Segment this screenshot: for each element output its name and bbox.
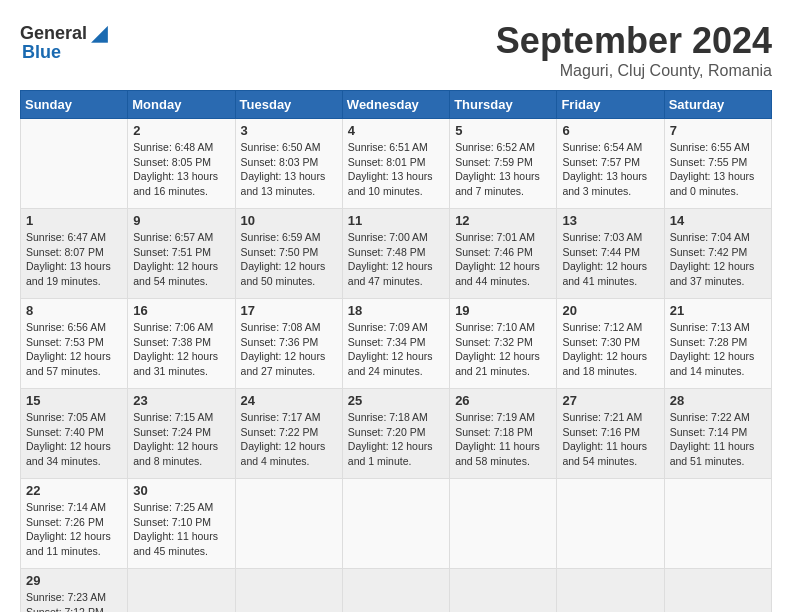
list-item — [235, 569, 342, 613]
list-item — [557, 479, 664, 569]
day-info: Sunrise: 7:18 AMSunset: 7:20 PMDaylight:… — [348, 410, 444, 469]
day-number: 21 — [670, 303, 766, 318]
day-number: 18 — [348, 303, 444, 318]
day-number: 1 — [26, 213, 122, 228]
day-info: Sunrise: 7:08 AMSunset: 7:36 PMDaylight:… — [241, 320, 337, 379]
day-info: Sunrise: 7:22 AMSunset: 7:14 PMDaylight:… — [670, 410, 766, 469]
list-item: 7Sunrise: 6:55 AMSunset: 7:55 PMDaylight… — [664, 119, 771, 209]
page-header: General ◢ Blue September 2024 Maguri, Cl… — [20, 20, 772, 80]
day-info: Sunrise: 7:13 AMSunset: 7:28 PMDaylight:… — [670, 320, 766, 379]
day-number: 17 — [241, 303, 337, 318]
title-section: September 2024 Maguri, Cluj County, Roma… — [496, 20, 772, 80]
list-item: 27Sunrise: 7:21 AMSunset: 7:16 PMDayligh… — [557, 389, 664, 479]
list-item: 28Sunrise: 7:22 AMSunset: 7:14 PMDayligh… — [664, 389, 771, 479]
day-info: Sunrise: 6:48 AMSunset: 8:05 PMDaylight:… — [133, 140, 229, 199]
logo: General ◢ Blue — [20, 20, 108, 63]
list-item: 5Sunrise: 6:52 AMSunset: 7:59 PMDaylight… — [450, 119, 557, 209]
day-info: Sunrise: 6:55 AMSunset: 7:55 PMDaylight:… — [670, 140, 766, 199]
day-info: Sunrise: 7:03 AMSunset: 7:44 PMDaylight:… — [562, 230, 658, 289]
list-item: 2Sunrise: 6:48 AMSunset: 8:05 PMDaylight… — [128, 119, 235, 209]
list-item — [21, 119, 128, 209]
day-number: 27 — [562, 393, 658, 408]
day-info: Sunrise: 7:04 AMSunset: 7:42 PMDaylight:… — [670, 230, 766, 289]
day-number: 30 — [133, 483, 229, 498]
table-row: 8Sunrise: 6:56 AMSunset: 7:53 PMDaylight… — [21, 299, 772, 389]
day-info: Sunrise: 6:47 AMSunset: 8:07 PMDaylight:… — [26, 230, 122, 289]
day-info: Sunrise: 6:57 AMSunset: 7:51 PMDaylight:… — [133, 230, 229, 289]
col-wednesday: Wednesday — [342, 91, 449, 119]
col-monday: Monday — [128, 91, 235, 119]
day-info: Sunrise: 7:15 AMSunset: 7:24 PMDaylight:… — [133, 410, 229, 469]
day-number: 28 — [670, 393, 766, 408]
day-info: Sunrise: 6:51 AMSunset: 8:01 PMDaylight:… — [348, 140, 444, 199]
table-row: 2Sunrise: 6:48 AMSunset: 8:05 PMDaylight… — [21, 119, 772, 209]
day-number: 20 — [562, 303, 658, 318]
logo-general: General — [20, 23, 87, 44]
day-number: 19 — [455, 303, 551, 318]
list-item: 22Sunrise: 7:14 AMSunset: 7:26 PMDayligh… — [21, 479, 128, 569]
day-info: Sunrise: 6:50 AMSunset: 8:03 PMDaylight:… — [241, 140, 337, 199]
list-item — [450, 569, 557, 613]
day-info: Sunrise: 7:01 AMSunset: 7:46 PMDaylight:… — [455, 230, 551, 289]
list-item: 4Sunrise: 6:51 AMSunset: 8:01 PMDaylight… — [342, 119, 449, 209]
day-number: 24 — [241, 393, 337, 408]
list-item: 10Sunrise: 6:59 AMSunset: 7:50 PMDayligh… — [235, 209, 342, 299]
day-number: 23 — [133, 393, 229, 408]
list-item: 12Sunrise: 7:01 AMSunset: 7:46 PMDayligh… — [450, 209, 557, 299]
day-info: Sunrise: 7:10 AMSunset: 7:32 PMDaylight:… — [455, 320, 551, 379]
table-row: 15Sunrise: 7:05 AMSunset: 7:40 PMDayligh… — [21, 389, 772, 479]
day-info: Sunrise: 7:23 AMSunset: 7:12 PMDaylight:… — [26, 590, 122, 612]
day-number: 3 — [241, 123, 337, 138]
list-item — [557, 569, 664, 613]
day-info: Sunrise: 7:09 AMSunset: 7:34 PMDaylight:… — [348, 320, 444, 379]
list-item: 26Sunrise: 7:19 AMSunset: 7:18 PMDayligh… — [450, 389, 557, 479]
list-item — [342, 569, 449, 613]
day-info: Sunrise: 7:06 AMSunset: 7:38 PMDaylight:… — [133, 320, 229, 379]
list-item: 16Sunrise: 7:06 AMSunset: 7:38 PMDayligh… — [128, 299, 235, 389]
list-item: 25Sunrise: 7:18 AMSunset: 7:20 PMDayligh… — [342, 389, 449, 479]
col-thursday: Thursday — [450, 91, 557, 119]
list-item: 20Sunrise: 7:12 AMSunset: 7:30 PMDayligh… — [557, 299, 664, 389]
day-number: 4 — [348, 123, 444, 138]
day-number: 8 — [26, 303, 122, 318]
header-row: Sunday Monday Tuesday Wednesday Thursday… — [21, 91, 772, 119]
table-row: 29Sunrise: 7:23 AMSunset: 7:12 PMDayligh… — [21, 569, 772, 613]
list-item: 8Sunrise: 6:56 AMSunset: 7:53 PMDaylight… — [21, 299, 128, 389]
logo-bird-icon: ◢ — [91, 20, 108, 46]
list-item: 21Sunrise: 7:13 AMSunset: 7:28 PMDayligh… — [664, 299, 771, 389]
list-item: 14Sunrise: 7:04 AMSunset: 7:42 PMDayligh… — [664, 209, 771, 299]
day-info: Sunrise: 7:05 AMSunset: 7:40 PMDaylight:… — [26, 410, 122, 469]
list-item: 23Sunrise: 7:15 AMSunset: 7:24 PMDayligh… — [128, 389, 235, 479]
day-number: 25 — [348, 393, 444, 408]
day-number: 13 — [562, 213, 658, 228]
list-item — [342, 479, 449, 569]
day-number: 15 — [26, 393, 122, 408]
list-item: 17Sunrise: 7:08 AMSunset: 7:36 PMDayligh… — [235, 299, 342, 389]
list-item: 29Sunrise: 7:23 AMSunset: 7:12 PMDayligh… — [21, 569, 128, 613]
day-number: 14 — [670, 213, 766, 228]
list-item: 18Sunrise: 7:09 AMSunset: 7:34 PMDayligh… — [342, 299, 449, 389]
list-item: 1Sunrise: 6:47 AMSunset: 8:07 PMDaylight… — [21, 209, 128, 299]
day-number: 22 — [26, 483, 122, 498]
day-number: 5 — [455, 123, 551, 138]
calendar-subtitle: Maguri, Cluj County, Romania — [496, 62, 772, 80]
day-number: 12 — [455, 213, 551, 228]
list-item — [235, 479, 342, 569]
list-item — [664, 479, 771, 569]
day-info: Sunrise: 7:12 AMSunset: 7:30 PMDaylight:… — [562, 320, 658, 379]
day-number: 11 — [348, 213, 444, 228]
list-item: 3Sunrise: 6:50 AMSunset: 8:03 PMDaylight… — [235, 119, 342, 209]
col-saturday: Saturday — [664, 91, 771, 119]
day-info: Sunrise: 6:59 AMSunset: 7:50 PMDaylight:… — [241, 230, 337, 289]
list-item — [128, 569, 235, 613]
list-item — [450, 479, 557, 569]
list-item: 30Sunrise: 7:25 AMSunset: 7:10 PMDayligh… — [128, 479, 235, 569]
day-number: 29 — [26, 573, 122, 588]
list-item: 11Sunrise: 7:00 AMSunset: 7:48 PMDayligh… — [342, 209, 449, 299]
day-info: Sunrise: 6:54 AMSunset: 7:57 PMDaylight:… — [562, 140, 658, 199]
day-number: 6 — [562, 123, 658, 138]
day-number: 2 — [133, 123, 229, 138]
day-info: Sunrise: 6:52 AMSunset: 7:59 PMDaylight:… — [455, 140, 551, 199]
col-tuesday: Tuesday — [235, 91, 342, 119]
day-info: Sunrise: 7:17 AMSunset: 7:22 PMDaylight:… — [241, 410, 337, 469]
